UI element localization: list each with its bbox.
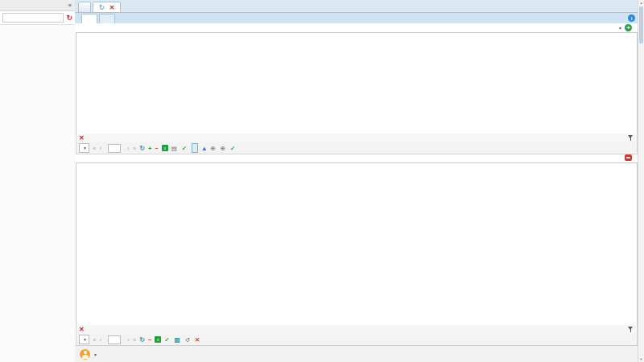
application-window: « ↻ ↻ ✕ i: [0, 0, 644, 362]
filter-icon[interactable]: [627, 134, 634, 142]
detail-alert-icon[interactable]: [625, 154, 632, 161]
main-area: ↻ ✕ i ▼ + ✕: [75, 0, 638, 362]
master-pager: ▼ « ‹ › » ↻ + − x ▤ ✓: [76, 142, 638, 154]
sidebar-header: «: [0, 0, 75, 11]
clear-filter-icon[interactable]: ✕: [79, 134, 85, 142]
shipping-order-panel: ▼ + ✕ ▼ « ‹ › »: [75, 23, 638, 362]
printer-icon: ⊕: [211, 145, 216, 152]
prev-page-button[interactable]: ‹: [99, 145, 101, 152]
chevron-down-icon: ▼: [83, 146, 87, 150]
barcode-modify-button[interactable]: ▥: [175, 336, 182, 343]
prev-page-button[interactable]: ‹: [99, 336, 101, 343]
search-input[interactable]: [2, 13, 64, 23]
tab-shipping-order[interactable]: ↻ ✕: [93, 2, 121, 12]
check-icon: ✓: [230, 145, 235, 152]
upload-arrow-icon[interactable]: ▲: [201, 145, 207, 152]
unconfirm-button[interactable]: ↺: [185, 336, 192, 343]
chevron-down-icon: ▼: [93, 352, 97, 357]
scroll-down-icon[interactable]: ▼: [638, 357, 644, 361]
shipping-order-grid: [76, 32, 638, 135]
refresh-button[interactable]: ↻: [139, 145, 145, 152]
chevron-down-icon: ▼: [83, 337, 87, 342]
detail-pager: ▼ « ‹ › » ↻ − x ✓ ▥: [76, 334, 638, 346]
page-number-input[interactable]: [108, 335, 121, 344]
window-tab-bar: ↻ ✕: [75, 0, 638, 13]
tab-close-icon[interactable]: ✕: [109, 4, 115, 11]
sidebar-collapse-icon[interactable]: «: [68, 2, 72, 9]
add-view-icon[interactable]: +: [625, 24, 632, 31]
sidebar: « ↻: [0, 0, 76, 362]
sidebar-search-row: ↻: [0, 11, 75, 25]
barcode-icon: ▥: [175, 336, 180, 343]
status-bar: ▼: [75, 345, 638, 362]
last-page-button[interactable]: »: [133, 145, 136, 152]
first-page-button[interactable]: «: [93, 145, 96, 152]
user-menu-dropdown[interactable]: ▼: [93, 351, 97, 358]
page-size-select[interactable]: ▼: [79, 335, 89, 344]
next-page-button[interactable]: ›: [127, 145, 130, 152]
no-interface-button[interactable]: ▤: [171, 145, 179, 152]
chevron-down-icon: ▼: [618, 26, 622, 31]
update-requestedon-button[interactable]: ✓: [230, 145, 237, 152]
scrollbar-thumb[interactable]: [639, 6, 643, 43]
check-icon: ✓: [182, 145, 187, 152]
sidebar-spacer: [0, 28, 75, 362]
upload-button[interactable]: [192, 143, 198, 153]
excel-export-icon[interactable]: x: [155, 336, 161, 343]
tab-refresh-icon[interactable]: ↻: [99, 4, 105, 11]
scroll-up-icon[interactable]: ▲: [638, 1, 644, 5]
remove-consignee-button[interactable]: ✕: [195, 336, 201, 343]
remove-row-button[interactable]: −: [148, 336, 151, 343]
search-refresh-icon[interactable]: ↻: [66, 14, 72, 22]
excel-export-icon[interactable]: x: [162, 145, 168, 151]
x-icon: ✕: [195, 336, 200, 343]
shipping-order-detail-grid: [76, 162, 638, 327]
refresh-button[interactable]: ↻: [139, 336, 145, 343]
tab-dashboard[interactable]: [78, 2, 91, 12]
filter-icon[interactable]: [627, 326, 634, 333]
check-print-button[interactable]: ⊕: [221, 145, 227, 152]
add-row-button[interactable]: +: [148, 145, 151, 152]
undo-icon: ↺: [185, 336, 190, 343]
first-page-button[interactable]: «: [93, 336, 96, 343]
check-icon: ✓: [164, 336, 169, 343]
next-page-button[interactable]: ›: [127, 336, 130, 343]
page-size-select[interactable]: ▼: [79, 143, 89, 153]
user-avatar-icon: [80, 349, 90, 360]
info-icon[interactable]: i: [628, 14, 635, 22]
remove-row-button[interactable]: −: [155, 145, 158, 152]
printer-icon: ⊕: [221, 145, 225, 152]
page-number-input[interactable]: [108, 144, 121, 153]
change-consignee-button[interactable]: ✓: [182, 145, 188, 152]
clear-filter-icon[interactable]: ✕: [79, 326, 85, 333]
view-selector[interactable]: ▼ +: [616, 24, 632, 31]
page-scrollbar[interactable]: ▲ ▼: [638, 0, 644, 362]
pivot-print-button[interactable]: ⊕: [211, 145, 217, 152]
document-icon: ▤: [171, 145, 177, 152]
confirm-button[interactable]: ✓: [164, 336, 171, 343]
last-page-button[interactable]: »: [133, 336, 136, 343]
